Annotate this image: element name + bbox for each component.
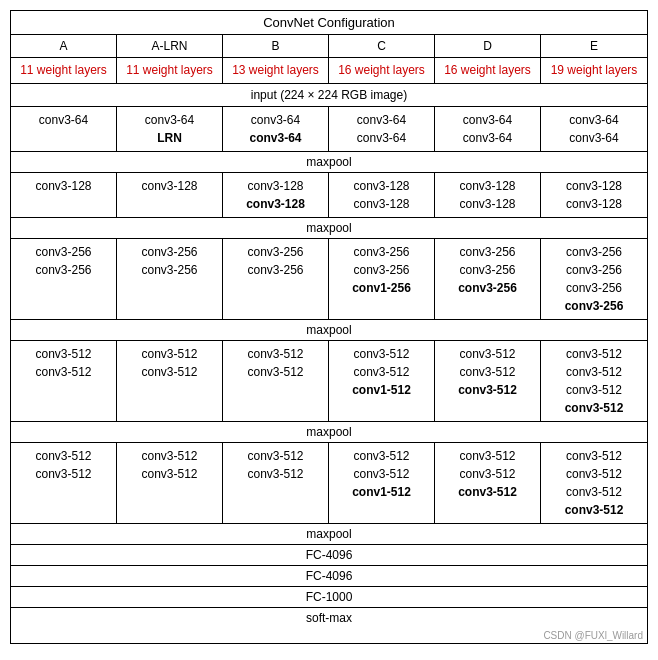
column-headers: AA-LRNBCDE: [11, 35, 647, 58]
section-2-col-5: conv3-256conv3-256conv3-256conv3-256: [541, 239, 647, 319]
col-header-b: B: [223, 35, 329, 57]
fc-row-1: FC-4096: [11, 566, 647, 587]
section-2-row-1-col-0: conv3-256: [35, 263, 91, 277]
weight-label-4: 16 weight layers: [435, 58, 541, 83]
section-1-row-0-col-3: conv3-128: [353, 179, 409, 193]
section-3-row-2-col-3: conv1-512: [352, 383, 411, 397]
convnet-table: ConvNet Configuration AA-LRNBCDE 11 weig…: [10, 10, 648, 644]
section-2-row-2-col-4: conv3-256: [458, 281, 517, 295]
section-3-row-0-col-4: conv3-512: [459, 347, 515, 361]
section-1-col-0: conv3-128: [11, 173, 117, 217]
fc-row-3: soft-max: [11, 608, 647, 628]
maxpool-row-3: maxpool: [11, 422, 647, 443]
weight-label-0: 11 weight layers: [11, 58, 117, 83]
section-0-col-0: conv3-64: [11, 107, 117, 151]
section-1-row-1-col-2: conv3-128: [246, 197, 305, 211]
section-1-row-1-col-5: conv3-128: [566, 197, 622, 211]
section-3-row-0-col-5: conv3-512: [566, 347, 622, 361]
section-0-col-5: conv3-64conv3-64: [541, 107, 647, 151]
section-0-row-1-col-3: conv3-64: [357, 131, 406, 145]
section-0-col-4: conv3-64conv3-64: [435, 107, 541, 151]
section-0-row-0-col-2: conv3-64: [251, 113, 300, 127]
section-4-row-0-col-5: conv3-512: [566, 449, 622, 463]
section-0-row-0-col-3: conv3-64: [357, 113, 406, 127]
section-2-row-2-col-3: conv1-256: [352, 281, 411, 295]
section-3-row-0-col-1: conv3-512: [141, 347, 197, 361]
section-2-row-1-col-2: conv3-256: [247, 263, 303, 277]
section-0-row-1-col-1: LRN: [157, 131, 182, 145]
section-3-row-3-col-5: conv3-512: [565, 401, 624, 415]
section-0-row-1-col-2: conv3-64: [249, 131, 301, 145]
section-4-row-1-col-1: conv3-512: [141, 467, 197, 481]
section-4-row-0-col-0: conv3-512: [35, 449, 91, 463]
maxpool-row-4: maxpool: [11, 524, 647, 545]
section-1-row-0-col-4: conv3-128: [459, 179, 515, 193]
col-header-d: D: [435, 35, 541, 57]
section-3-row-1-col-1: conv3-512: [141, 365, 197, 379]
section-4-col-4: conv3-512conv3-512conv3-512: [435, 443, 541, 523]
section-1-row-0-col-1: conv3-128: [141, 179, 197, 193]
fc-row-2: FC-1000: [11, 587, 647, 608]
section-2-col-4: conv3-256conv3-256conv3-256: [435, 239, 541, 319]
section-4-col-3: conv3-512conv3-512conv1-512: [329, 443, 435, 523]
section-1-row-1-col-3: conv3-128: [353, 197, 409, 211]
section-4-row-1-col-3: conv3-512: [353, 467, 409, 481]
fc-row-0: FC-4096: [11, 545, 647, 566]
section-0-row-0-col-5: conv3-64: [569, 113, 618, 127]
section-3-col-4: conv3-512conv3-512conv3-512: [435, 341, 541, 421]
section-1-row-0-col-5: conv3-128: [566, 179, 622, 193]
section-3: conv3-512conv3-512conv3-512conv3-512conv…: [11, 341, 647, 422]
section-0-col-1: conv3-64LRN: [117, 107, 223, 151]
section-1: conv3-128conv3-128conv3-128conv3-128conv…: [11, 173, 647, 218]
section-2-row-1-col-1: conv3-256: [141, 263, 197, 277]
section-3-row-1-col-5: conv3-512: [566, 365, 622, 379]
section-1-col-4: conv3-128conv3-128: [435, 173, 541, 217]
section-1-row-0-col-0: conv3-128: [35, 179, 91, 193]
section-0-col-2: conv3-64conv3-64: [223, 107, 329, 151]
sections-container: conv3-64conv3-64LRNconv3-64conv3-64conv3…: [11, 107, 647, 545]
section-3-row-0-col-0: conv3-512: [35, 347, 91, 361]
section-3-row-0-col-2: conv3-512: [247, 347, 303, 361]
table-title: ConvNet Configuration: [11, 11, 647, 35]
weight-label-1: 11 weight layers: [117, 58, 223, 83]
section-4-col-0: conv3-512conv3-512: [11, 443, 117, 523]
col-header-e: E: [541, 35, 647, 57]
section-4-row-0-col-1: conv3-512: [141, 449, 197, 463]
section-1-col-5: conv3-128conv3-128: [541, 173, 647, 217]
section-4-row-1-col-2: conv3-512: [247, 467, 303, 481]
section-4-row-2-col-5: conv3-512: [566, 485, 622, 499]
maxpool-row-2: maxpool: [11, 320, 647, 341]
input-row: input (224 × 224 RGB image): [11, 84, 647, 107]
section-4-row-0-col-4: conv3-512: [459, 449, 515, 463]
section-2-row-1-col-3: conv3-256: [353, 263, 409, 277]
section-2-col-2: conv3-256conv3-256: [223, 239, 329, 319]
section-0-row-0-col-0: conv3-64: [39, 113, 88, 127]
section-2-col-0: conv3-256conv3-256: [11, 239, 117, 319]
section-3-row-1-col-2: conv3-512: [247, 365, 303, 379]
section-3-row-2-col-5: conv3-512: [566, 383, 622, 397]
section-2-col-1: conv3-256conv3-256: [117, 239, 223, 319]
weight-labels-row: 11 weight layers11 weight layers13 weigh…: [11, 58, 647, 84]
weight-label-5: 19 weight layers: [541, 58, 647, 83]
section-4-row-1-col-0: conv3-512: [35, 467, 91, 481]
section-2-row-0-col-5: conv3-256: [566, 245, 622, 259]
section-0-col-3: conv3-64conv3-64: [329, 107, 435, 151]
section-3-col-2: conv3-512conv3-512: [223, 341, 329, 421]
section-4-row-0-col-2: conv3-512: [247, 449, 303, 463]
maxpool-row-0: maxpool: [11, 152, 647, 173]
fc-container: FC-4096FC-4096FC-1000soft-max: [11, 545, 647, 628]
section-2-col-3: conv3-256conv3-256conv1-256: [329, 239, 435, 319]
section-3-row-1-col-0: conv3-512: [35, 365, 91, 379]
section-0-row-1-col-4: conv3-64: [463, 131, 512, 145]
section-0-row-0-col-1: conv3-64: [145, 113, 194, 127]
section-2-row-0-col-1: conv3-256: [141, 245, 197, 259]
weight-label-2: 13 weight layers: [223, 58, 329, 83]
section-0-row-1-col-5: conv3-64: [569, 131, 618, 145]
section-2-row-0-col-4: conv3-256: [459, 245, 515, 259]
section-3-row-1-col-3: conv3-512: [353, 365, 409, 379]
section-2-row-1-col-4: conv3-256: [459, 263, 515, 277]
section-4-row-2-col-4: conv3-512: [458, 485, 517, 499]
section-2-row-3-col-5: conv3-256: [565, 299, 624, 313]
section-3-row-2-col-4: conv3-512: [458, 383, 517, 397]
section-3-row-0-col-3: conv3-512: [353, 347, 409, 361]
